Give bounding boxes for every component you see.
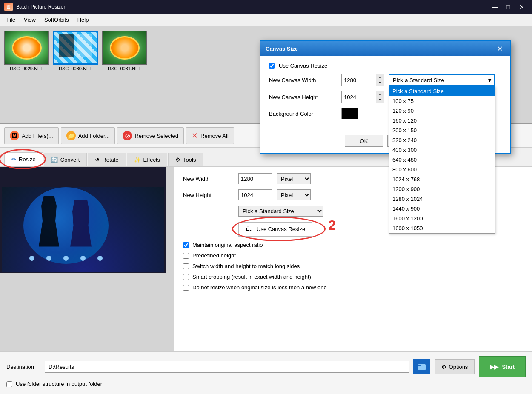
dropdown-item-5[interactable]: 320 x 240 xyxy=(389,135,495,145)
dialog-header: Canvas Size ✕ xyxy=(260,41,510,56)
dialog-width-row: New Canvas Width ▲ ▼ Pick a Standard Siz… xyxy=(269,74,501,86)
dialog-use-canvas-checkbox[interactable] xyxy=(269,63,275,69)
dropdown-item-7[interactable]: 640 x 480 xyxy=(389,155,495,165)
bg-color-picker[interactable] xyxy=(341,108,358,119)
dropdown-item-0[interactable]: Pick a Standard Size xyxy=(389,86,495,96)
dialog-use-canvas-label: Use Canvas Resize xyxy=(279,63,327,69)
dialog-ok-button[interactable]: OK xyxy=(345,135,383,147)
dropdown-list: Pick a Standard Size 100 x 75 120 x 90 1… xyxy=(389,86,495,234)
width-spinner: ▲ ▼ xyxy=(376,74,384,86)
dialog-bg-color-label: Background Color xyxy=(269,111,337,117)
dropdown-item-4[interactable]: 200 x 150 xyxy=(389,126,495,135)
dialog-width-input[interactable] xyxy=(342,74,376,86)
dialog-width-input-wrap: ▲ ▼ xyxy=(341,74,384,86)
height-down-button[interactable]: ▼ xyxy=(376,97,384,103)
dialog-use-canvas-row: Use Canvas Resize xyxy=(269,63,501,69)
dialog-overlay: Canvas Size ✕ Use Canvas Resize New Canv… xyxy=(0,0,532,394)
width-down-button[interactable]: ▼ xyxy=(376,80,384,86)
dropdown-item-8[interactable]: 800 x 600 xyxy=(389,165,495,174)
std-size-wrapper: Pick a Standard Size 100 x 75 120 x 90 1… xyxy=(389,74,495,86)
std-size-select[interactable]: Pick a Standard Size 100 x 75 120 x 90 1… xyxy=(389,74,495,86)
dropdown-item-2[interactable]: 120 x 90 xyxy=(389,106,495,116)
dialog-body: Use Canvas Resize New Canvas Width ▲ ▼ P… xyxy=(260,56,510,131)
dialog-height-input-wrap: ▲ ▼ xyxy=(341,91,384,103)
dropdown-item-9[interactable]: 1024 x 768 xyxy=(389,174,495,184)
dropdown-item-1[interactable]: 100 x 75 xyxy=(389,96,495,106)
dropdown-item-3[interactable]: 160 x 120 xyxy=(389,116,495,126)
height-spinner: ▲ ▼ xyxy=(376,91,384,103)
dropdown-item-6[interactable]: 400 x 300 xyxy=(389,145,495,155)
dialog-height-input[interactable] xyxy=(342,91,376,103)
dropdown-item-14[interactable]: 1600 x 1050 xyxy=(389,223,495,233)
canvas-size-dialog: Canvas Size ✕ Use Canvas Resize New Canv… xyxy=(260,40,511,154)
dropdown-item-12[interactable]: 1440 x 900 xyxy=(389,204,495,214)
dropdown-item-10[interactable]: 1200 x 900 xyxy=(389,184,495,194)
dialog-close-button[interactable]: ✕ xyxy=(495,44,505,54)
dropdown-item-13[interactable]: 1600 x 1200 xyxy=(389,214,495,223)
dialog-width-label: New Canvas Width xyxy=(269,77,337,83)
dialog-title: Canvas Size xyxy=(266,46,298,52)
dropdown-item-11[interactable]: 1280 x 1024 xyxy=(389,194,495,204)
height-up-button[interactable]: ▲ xyxy=(376,91,384,97)
width-up-button[interactable]: ▲ xyxy=(376,74,384,80)
dialog-height-label: New Canvas Height xyxy=(269,94,337,100)
